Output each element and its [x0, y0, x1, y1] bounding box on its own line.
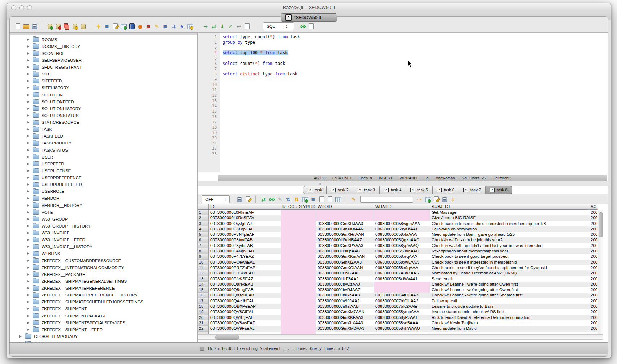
tree-item[interactable]: VENDOR — [10, 195, 197, 202]
tree-item[interactable]: USERROLE — [10, 188, 197, 195]
format-sql-icon[interactable]: ✎ — [153, 23, 160, 30]
table-cell[interactable]: 00630000007bIc2AAE — [374, 304, 430, 309]
table-cell[interactable]: 00T3000000PfvKSEAZ — [209, 276, 281, 282]
table-cell[interactable]: 200 — [589, 315, 598, 320]
transfer-icon[interactable]: ⇄ — [210, 23, 217, 30]
splitter-knob-icon[interactable] — [319, 183, 321, 185]
table-cell[interactable]: 0033000000GmXLXAA3 — [316, 320, 374, 326]
table-view-icon[interactable] — [335, 196, 342, 203]
table-tree[interactable]: ROOMSROOMS__HISTORYSCONTROLSELFSERVICEUS… — [10, 33, 197, 343]
table-cell[interactable] — [281, 265, 316, 270]
table-cell[interactable]: 00T3000000QV9FaEAL — [209, 326, 281, 331]
tree-item[interactable]: ROOMS__HISTORY — [10, 43, 197, 50]
save-results-icon[interactable] — [236, 196, 243, 203]
disclosure-triangle-icon[interactable] — [27, 66, 29, 69]
table-cell[interactable] — [281, 287, 316, 292]
disclosure-triangle-icon[interactable] — [27, 225, 29, 228]
table-cell[interactable] — [281, 210, 316, 215]
table-cell[interactable] — [281, 298, 316, 304]
edit-cell-icon[interactable]: ✎ — [276, 196, 284, 203]
titlebar[interactable]: RazorSQL - SFDCW50 II — [7, 3, 611, 12]
column-header-whatid[interactable]: WHATID — [374, 204, 430, 210]
column-header-recordtypeid[interactable]: RECORDTYPEID — [281, 204, 316, 210]
table-cell[interactable]: Need update from David — [430, 326, 589, 331]
table-cell[interactable]: Check back to see if good target prospec… — [430, 254, 589, 259]
table-cell[interactable]: 00T3000000Q8rexEAB — [209, 282, 281, 287]
tree-item[interactable]: SFDC_REGISTRANT — [10, 64, 197, 71]
table-cell[interactable]: 0033000000GmXIZAA3 — [316, 260, 374, 265]
column-header-id[interactable]: ID — [209, 204, 281, 210]
disclosure-triangle-icon[interactable] — [27, 252, 29, 255]
table-cell[interactable] — [281, 309, 316, 315]
table-cell[interactable]: 00T3000000QBXPeEAP — [209, 304, 281, 309]
table-cell[interactable] — [281, 304, 316, 309]
refresh-results-icon[interactable]: ⇄ — [260, 196, 267, 203]
table-cell[interactable]: 00T3000000P47LYEAZ — [209, 254, 281, 259]
disclosure-triangle-icon[interactable] — [27, 52, 29, 55]
statement-type-select[interactable]: SQL ▲▼ — [263, 22, 294, 30]
table-cell[interactable]: 00T3000000OiyJgEAJ — [209, 221, 281, 226]
disclosure-triangle-icon[interactable] — [27, 107, 29, 110]
tree-item[interactable]: STATICRESOURCE — [10, 119, 197, 126]
highlight-pen-icon[interactable]: ✎ — [350, 196, 357, 203]
disclosure-triangle-icon[interactable] — [27, 94, 29, 96]
table-cell[interactable]: 006300000058xrqAAA — [374, 254, 430, 259]
table-cell[interactable]: 00T3000000QAeJbEAL — [209, 298, 281, 304]
table-cell[interactable]: 00T3000000P46qnEAB — [209, 248, 281, 254]
tree-item[interactable]: ROOMS — [10, 36, 197, 43]
table-cell[interactable]: Check back to see if interested in membe… — [430, 260, 589, 265]
open-file-icon[interactable] — [22, 23, 30, 30]
table-cell[interactable]: 200 — [589, 309, 598, 315]
tree-item[interactable]: ZKFEDEX__SHIPMATEGENERALSETTINGS — [10, 278, 197, 285]
export-table-icon[interactable] — [424, 196, 431, 203]
table-cell[interactable]: 0033000000JbvRJAAZ — [316, 287, 374, 292]
column-header-whoid[interactable]: WHOID — [316, 204, 374, 210]
table-cell[interactable]: 00630000005S0bnAAC — [374, 248, 430, 254]
result-tab-task-3[interactable]: task 3 — [353, 186, 380, 194]
disclosure-triangle-icon[interactable] — [27, 162, 29, 165]
tree-item[interactable]: WEBLINK — [10, 250, 197, 257]
close-tab-icon[interactable] — [308, 188, 312, 192]
table-cell[interactable] — [281, 237, 316, 243]
table-cell[interactable]: Check w/ Kevin Tsujihara — [430, 320, 589, 326]
copy-rows-icon[interactable] — [326, 196, 333, 203]
result-tab-task-8[interactable]: task 8 — [486, 186, 512, 194]
table-cell[interactable] — [316, 210, 374, 215]
tree-item[interactable]: W50_INVOICE__HISTORY — [10, 243, 197, 250]
table-cell[interactable]: Nominated by Shane Freeman at ANZ (HR50) — [430, 270, 589, 276]
table-cell[interactable]: 00630000007A3bZAAS — [374, 270, 430, 276]
table-cell[interactable]: Follow up call — [430, 298, 589, 304]
new-file-icon[interactable] — [14, 23, 21, 30]
column-header-subject[interactable]: SUBJECT — [430, 204, 589, 210]
table-row[interactable]: 1200T3000000PRR8rEAH0033000000JFhGlAAL00… — [198, 270, 598, 276]
next-result-icon[interactable]: ⇨ — [416, 196, 423, 203]
table-cell[interactable] — [316, 215, 374, 221]
table-cell[interactable]: 00T3000000L0RknEAF — [209, 210, 281, 215]
tree-item[interactable]: USERLICENSE — [10, 167, 197, 174]
table-row[interactable]: 1700T3000000QAeJbEAL0033000000Ju9J9AAJ00… — [198, 298, 598, 304]
disclosure-triangle-icon[interactable] — [27, 287, 29, 290]
table-cell[interactable]: Check w/ Leanne - we're going after Owen… — [430, 282, 589, 287]
table-cell[interactable]: 0033000000GmXM7AAN — [316, 309, 374, 315]
tree-item[interactable]: SOLUTIONSTATUS — [10, 112, 197, 119]
table-row[interactable]: 800T3000000P46qnEAB0033000000H9i0pAAB006… — [198, 248, 598, 254]
view-results-icon[interactable] — [299, 23, 306, 30]
tree-item[interactable]: TASKPRIORITY — [10, 140, 197, 147]
table-cell[interactable]: 00T3000000POeAnEAL — [209, 260, 281, 265]
disclosure-triangle-icon[interactable] — [27, 211, 29, 214]
table-cell[interactable]: 006300000058yd5AAA — [374, 320, 430, 326]
table-cell[interactable]: 00T3000000L0RqSEAV — [209, 215, 281, 221]
table-cell[interactable]: 200 — [589, 226, 598, 232]
close-tab-icon[interactable] — [384, 188, 389, 192]
table-cell[interactable]: 006300000058yPzAAI — [374, 315, 430, 320]
tree-item[interactable]: W50_GROUP — [10, 216, 197, 222]
tree-item[interactable]: SOLUTIONFEED — [10, 98, 197, 105]
disclosure-triangle-icon[interactable] — [27, 86, 29, 89]
tree-item[interactable]: SITEHISTORY — [10, 84, 197, 91]
table-cell[interactable]: 00T3000000Q8sauEAB — [209, 292, 281, 298]
table-cell[interactable]: 200 — [589, 270, 598, 276]
disclosure-triangle-icon[interactable] — [27, 218, 29, 221]
table-row[interactable]: 700T3000000P3yrbEAB0033000000GmXPYAA3006… — [198, 243, 598, 248]
disclosure-triangle-icon[interactable] — [27, 231, 29, 234]
table-export-icon[interactable] — [186, 23, 194, 30]
